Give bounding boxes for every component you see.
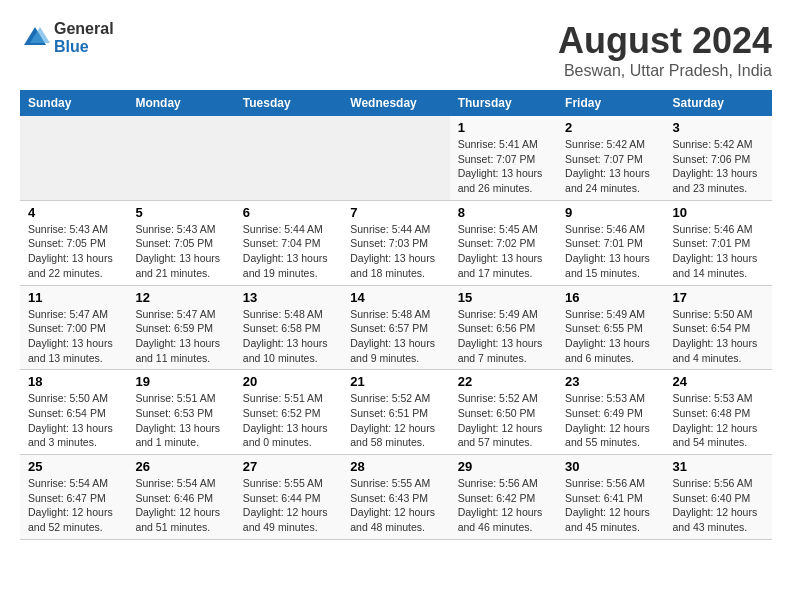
day-number: 8: [458, 205, 549, 220]
day-detail: Sunrise: 5:50 AM Sunset: 6:54 PM Dayligh…: [28, 391, 119, 450]
day-detail: Sunrise: 5:56 AM Sunset: 6:41 PM Dayligh…: [565, 476, 656, 535]
day-detail: Sunrise: 5:48 AM Sunset: 6:58 PM Dayligh…: [243, 307, 334, 366]
day-number: 21: [350, 374, 441, 389]
week-row-4: 18Sunrise: 5:50 AM Sunset: 6:54 PM Dayli…: [20, 370, 772, 455]
header-day-monday: Monday: [127, 90, 234, 116]
day-detail: Sunrise: 5:56 AM Sunset: 6:42 PM Dayligh…: [458, 476, 549, 535]
day-number: 10: [673, 205, 764, 220]
day-detail: Sunrise: 5:55 AM Sunset: 6:44 PM Dayligh…: [243, 476, 334, 535]
calendar-cell: 2Sunrise: 5:42 AM Sunset: 7:07 PM Daylig…: [557, 116, 664, 200]
calendar-cell: [235, 116, 342, 200]
calendar-cell: 19Sunrise: 5:51 AM Sunset: 6:53 PM Dayli…: [127, 370, 234, 455]
calendar-cell: 16Sunrise: 5:49 AM Sunset: 6:55 PM Dayli…: [557, 285, 664, 370]
day-detail: Sunrise: 5:55 AM Sunset: 6:43 PM Dayligh…: [350, 476, 441, 535]
calendar-cell: 10Sunrise: 5:46 AM Sunset: 7:01 PM Dayli…: [665, 200, 772, 285]
calendar-cell: 24Sunrise: 5:53 AM Sunset: 6:48 PM Dayli…: [665, 370, 772, 455]
day-detail: Sunrise: 5:49 AM Sunset: 6:55 PM Dayligh…: [565, 307, 656, 366]
day-number: 13: [243, 290, 334, 305]
day-detail: Sunrise: 5:49 AM Sunset: 6:56 PM Dayligh…: [458, 307, 549, 366]
calendar-title: August 2024: [558, 20, 772, 62]
calendar-cell: 27Sunrise: 5:55 AM Sunset: 6:44 PM Dayli…: [235, 455, 342, 540]
calendar-cell: 18Sunrise: 5:50 AM Sunset: 6:54 PM Dayli…: [20, 370, 127, 455]
day-detail: Sunrise: 5:54 AM Sunset: 6:47 PM Dayligh…: [28, 476, 119, 535]
logo: General Blue: [20, 20, 114, 55]
day-number: 3: [673, 120, 764, 135]
calendar-cell: 23Sunrise: 5:53 AM Sunset: 6:49 PM Dayli…: [557, 370, 664, 455]
day-detail: Sunrise: 5:46 AM Sunset: 7:01 PM Dayligh…: [565, 222, 656, 281]
day-number: 22: [458, 374, 549, 389]
day-detail: Sunrise: 5:50 AM Sunset: 6:54 PM Dayligh…: [673, 307, 764, 366]
day-detail: Sunrise: 5:41 AM Sunset: 7:07 PM Dayligh…: [458, 137, 549, 196]
header-day-sunday: Sunday: [20, 90, 127, 116]
day-number: 31: [673, 459, 764, 474]
day-number: 25: [28, 459, 119, 474]
calendar-cell: [127, 116, 234, 200]
calendar-cell: 31Sunrise: 5:56 AM Sunset: 6:40 PM Dayli…: [665, 455, 772, 540]
logo-blue: Blue: [54, 38, 114, 56]
logo-icon: [20, 23, 50, 53]
day-detail: Sunrise: 5:47 AM Sunset: 6:59 PM Dayligh…: [135, 307, 226, 366]
calendar-cell: 26Sunrise: 5:54 AM Sunset: 6:46 PM Dayli…: [127, 455, 234, 540]
header-day-friday: Friday: [557, 90, 664, 116]
day-detail: Sunrise: 5:51 AM Sunset: 6:53 PM Dayligh…: [135, 391, 226, 450]
calendar-header: SundayMondayTuesdayWednesdayThursdayFrid…: [20, 90, 772, 116]
day-detail: Sunrise: 5:42 AM Sunset: 7:06 PM Dayligh…: [673, 137, 764, 196]
header-day-saturday: Saturday: [665, 90, 772, 116]
calendar-cell: 7Sunrise: 5:44 AM Sunset: 7:03 PM Daylig…: [342, 200, 449, 285]
day-detail: Sunrise: 5:46 AM Sunset: 7:01 PM Dayligh…: [673, 222, 764, 281]
day-number: 26: [135, 459, 226, 474]
day-detail: Sunrise: 5:53 AM Sunset: 6:48 PM Dayligh…: [673, 391, 764, 450]
logo-general: General: [54, 20, 114, 38]
day-detail: Sunrise: 5:42 AM Sunset: 7:07 PM Dayligh…: [565, 137, 656, 196]
calendar-cell: 15Sunrise: 5:49 AM Sunset: 6:56 PM Dayli…: [450, 285, 557, 370]
week-row-2: 4Sunrise: 5:43 AM Sunset: 7:05 PM Daylig…: [20, 200, 772, 285]
calendar-cell: 13Sunrise: 5:48 AM Sunset: 6:58 PM Dayli…: [235, 285, 342, 370]
calendar-cell: [342, 116, 449, 200]
day-number: 17: [673, 290, 764, 305]
calendar-table: SundayMondayTuesdayWednesdayThursdayFrid…: [20, 90, 772, 540]
header: General Blue August 2024 Beswan, Uttar P…: [20, 20, 772, 80]
day-detail: Sunrise: 5:51 AM Sunset: 6:52 PM Dayligh…: [243, 391, 334, 450]
day-number: 4: [28, 205, 119, 220]
header-day-wednesday: Wednesday: [342, 90, 449, 116]
day-detail: Sunrise: 5:53 AM Sunset: 6:49 PM Dayligh…: [565, 391, 656, 450]
calendar-cell: 17Sunrise: 5:50 AM Sunset: 6:54 PM Dayli…: [665, 285, 772, 370]
day-detail: Sunrise: 5:54 AM Sunset: 6:46 PM Dayligh…: [135, 476, 226, 535]
calendar-cell: 28Sunrise: 5:55 AM Sunset: 6:43 PM Dayli…: [342, 455, 449, 540]
day-number: 15: [458, 290, 549, 305]
week-row-3: 11Sunrise: 5:47 AM Sunset: 7:00 PM Dayli…: [20, 285, 772, 370]
calendar-cell: 3Sunrise: 5:42 AM Sunset: 7:06 PM Daylig…: [665, 116, 772, 200]
calendar-cell: [20, 116, 127, 200]
day-detail: Sunrise: 5:48 AM Sunset: 6:57 PM Dayligh…: [350, 307, 441, 366]
day-detail: Sunrise: 5:52 AM Sunset: 6:51 PM Dayligh…: [350, 391, 441, 450]
day-number: 19: [135, 374, 226, 389]
calendar-cell: 20Sunrise: 5:51 AM Sunset: 6:52 PM Dayli…: [235, 370, 342, 455]
calendar-cell: 14Sunrise: 5:48 AM Sunset: 6:57 PM Dayli…: [342, 285, 449, 370]
title-section: August 2024 Beswan, Uttar Pradesh, India: [558, 20, 772, 80]
calendar-cell: 25Sunrise: 5:54 AM Sunset: 6:47 PM Dayli…: [20, 455, 127, 540]
day-number: 5: [135, 205, 226, 220]
calendar-cell: 5Sunrise: 5:43 AM Sunset: 7:05 PM Daylig…: [127, 200, 234, 285]
day-number: 2: [565, 120, 656, 135]
calendar-cell: 1Sunrise: 5:41 AM Sunset: 7:07 PM Daylig…: [450, 116, 557, 200]
calendar-cell: 9Sunrise: 5:46 AM Sunset: 7:01 PM Daylig…: [557, 200, 664, 285]
day-number: 27: [243, 459, 334, 474]
day-number: 11: [28, 290, 119, 305]
day-number: 12: [135, 290, 226, 305]
week-row-1: 1Sunrise: 5:41 AM Sunset: 7:07 PM Daylig…: [20, 116, 772, 200]
day-detail: Sunrise: 5:47 AM Sunset: 7:00 PM Dayligh…: [28, 307, 119, 366]
calendar-cell: 21Sunrise: 5:52 AM Sunset: 6:51 PM Dayli…: [342, 370, 449, 455]
day-detail: Sunrise: 5:44 AM Sunset: 7:03 PM Dayligh…: [350, 222, 441, 281]
day-number: 30: [565, 459, 656, 474]
day-number: 1: [458, 120, 549, 135]
day-detail: Sunrise: 5:56 AM Sunset: 6:40 PM Dayligh…: [673, 476, 764, 535]
day-number: 18: [28, 374, 119, 389]
calendar-subtitle: Beswan, Uttar Pradesh, India: [558, 62, 772, 80]
calendar-cell: 4Sunrise: 5:43 AM Sunset: 7:05 PM Daylig…: [20, 200, 127, 285]
calendar-cell: 29Sunrise: 5:56 AM Sunset: 6:42 PM Dayli…: [450, 455, 557, 540]
day-number: 24: [673, 374, 764, 389]
calendar-cell: 6Sunrise: 5:44 AM Sunset: 7:04 PM Daylig…: [235, 200, 342, 285]
day-detail: Sunrise: 5:52 AM Sunset: 6:50 PM Dayligh…: [458, 391, 549, 450]
day-number: 28: [350, 459, 441, 474]
header-row: SundayMondayTuesdayWednesdayThursdayFrid…: [20, 90, 772, 116]
